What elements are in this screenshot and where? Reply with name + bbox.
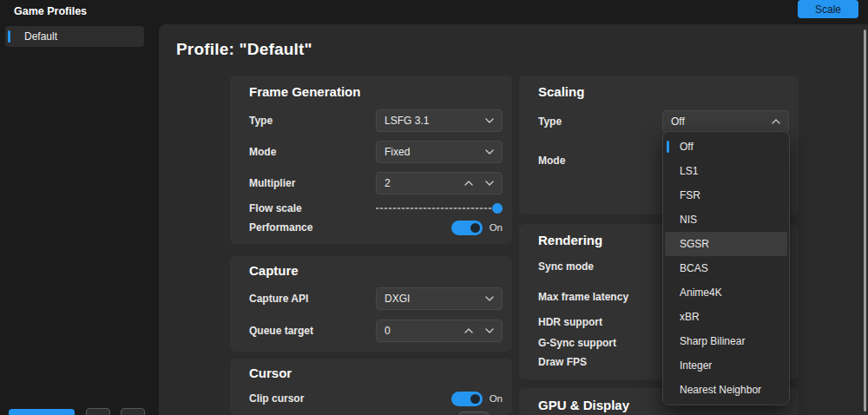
clip-cursor-toggle[interactable]: [451, 392, 483, 406]
stepper-down-button[interactable]: [485, 181, 494, 186]
popup-item-label: xBR: [676, 311, 700, 323]
add-profile-button[interactable]: [9, 409, 75, 415]
scrollbar[interactable]: [864, 30, 866, 412]
chevron-down-icon: [485, 296, 494, 301]
popup-item-nearest-neighbor[interactable]: Nearest Neighbor: [665, 378, 787, 402]
flow-scale-slider[interactable]: [376, 203, 503, 214]
card-title: Rendering: [538, 233, 602, 247]
row-label: G-Sync support: [538, 337, 616, 349]
popup-item-label: Nearest Neighbor: [676, 384, 761, 396]
stepper-value: 2: [385, 177, 452, 189]
row-label: Sync mode: [538, 260, 594, 273]
performance-toggle-group: On: [451, 221, 503, 235]
multiplier-stepper[interactable]: 2: [376, 172, 503, 194]
dropdown-value: LSFG 3.1: [385, 115, 485, 127]
popup-item-label: Off: [676, 141, 694, 153]
performance-toggle[interactable]: [451, 221, 483, 235]
fg-mode-dropdown[interactable]: Fixed: [376, 141, 503, 163]
dropdown-value: Off: [671, 115, 772, 128]
card-title: Scaling: [538, 84, 584, 99]
toggle-knob: [470, 394, 480, 404]
row-label: Max frame latency: [538, 291, 628, 303]
row-label: Mode: [249, 146, 276, 158]
popup-item-label: FSR: [676, 189, 700, 201]
cursor-card: Cursor Clip cursor On: [230, 359, 512, 415]
type-row: Type LSFG 3.1: [249, 109, 503, 132]
popup-item-nis[interactable]: NIS: [665, 208, 787, 232]
row-label: Capture API: [249, 293, 308, 305]
queue-target-row: Queue target 0: [249, 319, 503, 342]
capture-api-row: Capture API DXGI: [249, 287, 503, 310]
stepper-up-button[interactable]: [464, 181, 473, 186]
popup-item-sgsr[interactable]: SGSR: [665, 232, 787, 256]
chevron-down-icon: [485, 149, 494, 155]
card-title: Cursor: [249, 366, 292, 380]
card-title: Frame Generation: [249, 84, 360, 99]
performance-row: Performance On: [249, 219, 503, 236]
clipped-control[interactable]: [459, 412, 489, 415]
selection-indicator: [8, 30, 10, 43]
sidebar-item-label: Default: [5, 30, 57, 43]
popup-item-ls1[interactable]: LS1: [665, 159, 787, 183]
popup-item-fsr[interactable]: FSR: [665, 183, 787, 208]
popup-item-label: Sharp Bilinear: [676, 335, 745, 347]
row-label: Clip cursor: [249, 392, 304, 405]
scaling-type-dropdown-popup: Off LS1 FSR NIS SGSR BCAS Anime4K xBR Sh…: [662, 131, 790, 405]
clip-cursor-row: Clip cursor On: [249, 390, 503, 407]
row-label: Type: [538, 115, 562, 128]
mode-row: Mode Fixed: [249, 141, 503, 163]
popup-item-anime4k[interactable]: Anime4K: [665, 280, 787, 305]
row-label: Draw FPS: [538, 356, 587, 368]
popup-item-bcas[interactable]: BCAS: [665, 256, 787, 280]
dropdown-value: Fixed: [385, 146, 485, 158]
app-title: Game Profiles: [14, 5, 87, 17]
scaling-type-row: Type Off: [538, 110, 789, 133]
slider-track[interactable]: [376, 208, 501, 209]
row-label: Flow scale: [249, 202, 302, 214]
dropdown-value: DXGI: [385, 293, 485, 305]
scale-button[interactable]: Scale: [798, 0, 858, 18]
popup-item-label: BCAS: [676, 262, 708, 274]
popup-item-label: LS1: [676, 165, 698, 177]
flow-scale-row: Flow scale: [249, 200, 503, 217]
row-label: Mode: [538, 155, 565, 167]
clip-cursor-toggle-group: On: [451, 392, 503, 406]
profile-title: Profile: "Default": [176, 40, 312, 59]
multiplier-row: Multiplier 2: [249, 172, 503, 194]
queue-target-stepper[interactable]: 0: [376, 319, 503, 342]
stepper-value: 0: [385, 325, 452, 337]
stepper-down-button[interactable]: [485, 328, 494, 333]
chevron-up-icon: [772, 119, 780, 124]
selected-indicator: [667, 141, 669, 153]
popup-item-label: NIS: [676, 214, 697, 226]
row-label: HDR support: [538, 316, 602, 328]
row-label: Multiplier: [249, 177, 295, 189]
popup-item-integer[interactable]: Integer: [665, 353, 787, 378]
stepper-up-button[interactable]: [464, 328, 473, 333]
row-label: Queue target: [249, 325, 313, 337]
sidebar-item-default[interactable]: Default: [5, 26, 144, 47]
slider-thumb[interactable]: [492, 203, 503, 214]
popup-item-xbr[interactable]: xBR: [665, 305, 787, 329]
profile-action-button-2[interactable]: [121, 408, 145, 415]
popup-item-label: Integer: [676, 359, 712, 372]
frame-generation-card: Frame Generation Type LSFG 3.1 Mode Fixe…: [230, 76, 512, 244]
toggle-knob: [470, 223, 480, 233]
scaling-type-dropdown[interactable]: Off: [662, 110, 789, 133]
popup-item-label: Anime4K: [676, 287, 722, 299]
row-label: Performance: [249, 221, 312, 234]
card-title: Capture: [249, 263, 299, 278]
row-label: Type: [249, 115, 273, 127]
capture-card: Capture Capture API DXGI Queue target 0: [230, 256, 512, 352]
chevron-down-icon: [485, 118, 494, 123]
card-title: GPU & Display: [538, 398, 629, 412]
popup-item-sharp-bilinear[interactable]: Sharp Bilinear: [665, 329, 787, 353]
popup-item-label: SGSR: [676, 238, 709, 250]
toggle-state-label: On: [490, 222, 503, 233]
profile-action-button-1[interactable]: [86, 408, 110, 415]
fg-type-dropdown[interactable]: LSFG 3.1: [376, 109, 503, 132]
popup-item-off[interactable]: Off: [665, 135, 787, 159]
capture-api-dropdown[interactable]: DXGI: [376, 287, 503, 310]
toggle-state-label: On: [490, 393, 503, 404]
